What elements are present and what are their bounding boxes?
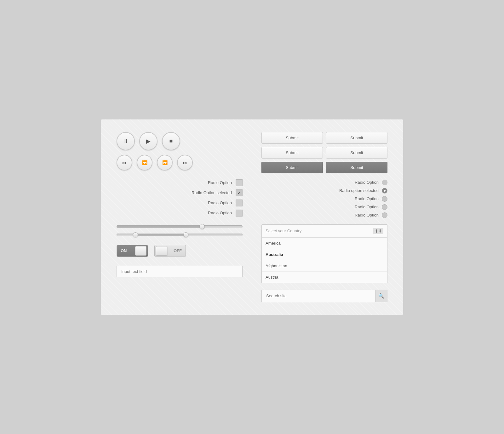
- radio-dot-3[interactable]: [382, 196, 387, 202]
- radio-dot-1[interactable]: [382, 180, 387, 185]
- select-option-afghanistan[interactable]: Afghanistan: [262, 260, 387, 272]
- submit-button-1[interactable]: Submit: [261, 132, 323, 144]
- rewind-button[interactable]: ⏪: [137, 155, 152, 171]
- play-button[interactable]: ▶: [139, 132, 158, 150]
- radio-item-5: Radio Option: [261, 212, 387, 218]
- toggle-off-knob: [156, 246, 167, 256]
- checkbox-2[interactable]: ✓: [236, 189, 243, 196]
- submit-button-5[interactable]: Submit: [261, 162, 323, 173]
- select-option-austria[interactable]: Austria: [262, 272, 387, 283]
- submit-button-4[interactable]: Submit: [326, 147, 387, 159]
- radio-label-4: Radio Option: [355, 205, 379, 209]
- checkbox-group: Radio Option Radio Option selected ✓ Rad…: [117, 179, 243, 217]
- stop-button[interactable]: ■: [162, 132, 180, 150]
- toggle-on[interactable]: ON: [117, 245, 148, 257]
- slider-2-track[interactable]: [117, 234, 243, 236]
- submit-button-6[interactable]: Submit: [326, 162, 387, 173]
- checkmark-icon: ✓: [237, 190, 241, 195]
- slider-1-fill: [117, 225, 202, 228]
- toggle-on-label: ON: [121, 248, 127, 253]
- search-button[interactable]: 🔍: [375, 290, 387, 302]
- toggle-off[interactable]: OFF: [154, 245, 186, 257]
- search-input[interactable]: [262, 290, 375, 301]
- select-options-list: America Australia Afghanistan Austria: [262, 238, 387, 283]
- select-option-australia[interactable]: Australia: [262, 249, 387, 260]
- checkbox-4[interactable]: [236, 210, 243, 217]
- checkbox-label-3: Radio Option: [208, 200, 232, 205]
- select-header[interactable]: Select your Country ⬆⬇: [262, 225, 387, 238]
- media-row-2: ⏮ ⏪ ⏩ ⏭: [117, 155, 243, 171]
- checkbox-item-1: Radio Option: [117, 179, 243, 186]
- media-controls: ⏸ ▶ ■ ⏮ ⏪ ⏩ ⏭: [117, 132, 243, 171]
- checkbox-label-2: Radio Option selected: [192, 190, 232, 195]
- radio-label-3: Radio Option: [355, 196, 379, 201]
- search-field-wrap: 🔍: [261, 290, 387, 302]
- buttons-grid: Submit Submit Submit Submit Submit Submi…: [261, 132, 387, 173]
- country-select[interactable]: Select your Country ⬆⬇ America Australia…: [261, 224, 387, 283]
- left-column: ⏸ ▶ ■ ⏮ ⏪ ⏩ ⏭ Radio Option Radio Option …: [117, 132, 243, 302]
- checkbox-3[interactable]: [236, 200, 243, 206]
- radio-label-2: Radio option selected: [339, 188, 379, 193]
- submit-button-2[interactable]: Submit: [326, 132, 387, 144]
- radio-item-1: Radio Option: [261, 180, 387, 185]
- slider-2-thumb-left[interactable]: [133, 232, 138, 237]
- radio-item-2: Radio option selected: [261, 188, 387, 194]
- pause-button[interactable]: ⏸: [117, 132, 135, 150]
- checkbox-item-2: Radio Option selected ✓: [117, 189, 243, 196]
- slider-1-thumb[interactable]: [200, 224, 205, 229]
- slider-2-thumb-right[interactable]: [183, 232, 188, 237]
- radio-item-3: Radio Option: [261, 196, 387, 202]
- checkbox-item-4: Radio Option: [117, 210, 243, 217]
- skip-back-button[interactable]: ⏮: [117, 155, 132, 171]
- search-icon: 🔍: [378, 293, 384, 299]
- radio-label-5: Radio Option: [355, 213, 379, 217]
- radio-dot-4[interactable]: [382, 204, 387, 210]
- radio-dot-5[interactable]: [382, 212, 387, 218]
- submit-button-3[interactable]: Submit: [261, 147, 323, 159]
- text-input[interactable]: [117, 266, 243, 277]
- toggle-on-knob: [135, 246, 146, 256]
- select-arrow-icon: ⬆⬇: [373, 228, 383, 234]
- toggle-group: ON OFF: [117, 245, 243, 257]
- main-panel: ⏸ ▶ ■ ⏮ ⏪ ⏩ ⏭ Radio Option Radio Option …: [101, 119, 403, 315]
- radio-label-1: Radio Option: [355, 180, 379, 185]
- radio-dot-2[interactable]: [382, 188, 387, 194]
- checkbox-label-4: Radio Option: [208, 211, 232, 215]
- checkbox-label-1: Radio Option: [208, 180, 232, 185]
- slider-2-fill: [135, 234, 186, 236]
- toggle-off-label: OFF: [174, 248, 182, 253]
- select-placeholder: Select your Country: [266, 229, 301, 233]
- radio-item-4: Radio Option: [261, 204, 387, 210]
- select-option-america[interactable]: America: [262, 238, 387, 249]
- slider-group: [117, 225, 243, 236]
- skip-forward-button[interactable]: ⏭: [177, 155, 193, 171]
- fast-forward-button[interactable]: ⏩: [157, 155, 173, 171]
- checkbox-item-3: Radio Option: [117, 200, 243, 206]
- media-row-1: ⏸ ▶ ■: [117, 132, 243, 150]
- right-column: Submit Submit Submit Submit Submit Submi…: [261, 132, 387, 302]
- radio-group: Radio Option Radio option selected Radio…: [261, 180, 387, 218]
- slider-1-track[interactable]: [117, 225, 243, 228]
- checkbox-1[interactable]: [236, 179, 243, 186]
